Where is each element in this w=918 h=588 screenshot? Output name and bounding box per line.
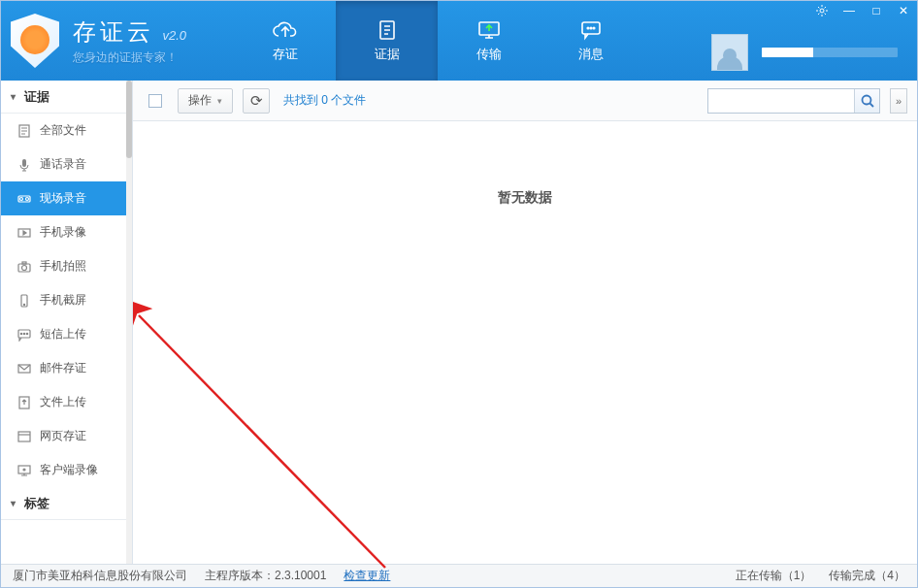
sidebar-item-recorder[interactable]: 现场录音 (1, 181, 132, 215)
transfer-icon (475, 18, 503, 42)
titlebar: 存证云 v2.0 您身边的证据专家！ 存证 证据 传输 (1, 1, 917, 81)
sidebar-item-label: 短信上传 (40, 326, 86, 343)
sidebar-section-tags[interactable]: 标签 (1, 487, 132, 520)
completed-status[interactable]: 传输完成（4） (829, 568, 905, 584)
svg-point-21 (26, 333, 27, 334)
app-title: 存证云 (73, 18, 154, 45)
sidebar-item-label: 全部文件 (40, 122, 86, 139)
sidebar-item-label: 通话录音 (40, 156, 86, 173)
svg-point-26 (23, 469, 25, 471)
logo-area: 存证云 v2.0 您身边的证据专家！ (1, 14, 234, 68)
svg-point-11 (26, 197, 29, 200)
svg-line-28 (139, 315, 385, 568)
svg-point-19 (20, 333, 21, 334)
refresh-button[interactable]: ⟳ (243, 88, 270, 114)
upload-icon (16, 395, 32, 410)
app-version: v2.0 (162, 28, 186, 43)
settings-button[interactable] (808, 1, 836, 20)
svg-point-5 (593, 27, 595, 29)
sidebar-item-file[interactable]: 全部文件 (1, 114, 132, 147)
app-logo-icon (11, 14, 65, 68)
nav-tab-transfer[interactable]: 传输 (438, 1, 540, 81)
nav-tab-deposit[interactable]: 存证 (234, 1, 336, 81)
avatar[interactable] (711, 34, 748, 71)
sidebar-item-label: 手机截屏 (40, 292, 86, 309)
close-button[interactable]: ✕ (890, 1, 917, 20)
transferring-status[interactable]: 正在传输（1） (736, 568, 812, 584)
empty-state-text: 暂无数据 (498, 189, 552, 207)
sidebar-item-monitor[interactable]: 客户端录像 (1, 453, 132, 487)
svg-point-17 (23, 304, 24, 305)
search-box (707, 88, 880, 114)
content-area: 暂无数据 (133, 121, 917, 564)
body: 证据 全部文件通话录音现场录音手机录像手机拍照手机截屏短信上传邮件存证文件上传网… (1, 81, 917, 564)
file-icon (16, 123, 32, 139)
sidebar-item-label: 邮件存证 (40, 360, 86, 376)
nav-tabs: 存证 证据 传输 消息 (234, 1, 641, 81)
sidebar-item-label: 手机拍照 (40, 258, 86, 275)
sidebar-item-label: 文件上传 (40, 394, 86, 410)
svg-point-3 (587, 27, 589, 29)
sidebar-section-title: 证据 (24, 88, 49, 106)
toolbar: 操作 ⟳ 共找到 0 个文件 » (133, 81, 917, 121)
nav-tab-label: 证据 (375, 46, 400, 63)
sidebar-item-label: 客户端录像 (40, 462, 98, 478)
nav-tab-message[interactable]: 消息 (540, 1, 641, 81)
svg-point-4 (590, 27, 592, 29)
sidebar-item-mic[interactable]: 通话录音 (1, 147, 132, 181)
nav-tab-label: 传输 (476, 46, 502, 63)
window-controls: — □ ✕ (808, 1, 917, 20)
monitor-icon (16, 463, 32, 478)
sidebar-scrollbar[interactable] (126, 81, 132, 564)
svg-point-14 (22, 265, 27, 270)
app-slogan: 您身边的证据专家！ (73, 49, 186, 66)
sidebar-item-mail[interactable]: 邮件存证 (1, 351, 132, 385)
sidebar: 证据 全部文件通话录音现场录音手机录像手机拍照手机截屏短信上传邮件存证文件上传网… (1, 81, 133, 564)
nav-tab-label: 存证 (273, 46, 298, 63)
svg-point-6 (820, 9, 824, 13)
sidebar-section-evidence[interactable]: 证据 (1, 81, 132, 114)
sidebar-item-label: 现场录音 (40, 190, 86, 207)
svg-point-20 (23, 333, 24, 334)
maximize-button[interactable]: □ (863, 1, 890, 20)
sidebar-item-video[interactable]: 手机录像 (1, 215, 132, 249)
minimize-button[interactable]: — (836, 1, 863, 20)
svg-rect-15 (22, 262, 26, 264)
expand-button[interactable]: » (890, 88, 907, 114)
mic-icon (16, 157, 32, 173)
select-all-checkbox[interactable] (148, 94, 162, 108)
search-button[interactable] (854, 89, 879, 113)
operate-button[interactable]: 操作 (178, 88, 233, 114)
sidebar-item-label: 网页存证 (40, 428, 86, 444)
search-icon (861, 94, 874, 108)
refresh-icon: ⟳ (250, 92, 263, 110)
sidebar-item-web[interactable]: 网页存证 (1, 419, 132, 453)
storage-progress (762, 48, 898, 57)
sms-icon (16, 327, 32, 343)
recorder-icon (16, 191, 32, 207)
file-count-text: 共找到 0 个文件 (283, 92, 366, 109)
main: 操作 ⟳ 共找到 0 个文件 » 暂无数据 (133, 81, 917, 564)
sidebar-section-title: 标签 (24, 495, 49, 512)
sidebar-item-sms[interactable]: 短信上传 (1, 317, 132, 351)
company-name: 厦门市美亚柏科信息股份有限公司 (13, 568, 187, 584)
sidebar-item-camera[interactable]: 手机拍照 (1, 249, 132, 283)
version-info: 主程序版本：2.3.10001 (205, 568, 326, 584)
nav-tab-label: 消息 (578, 46, 604, 63)
chat-icon (577, 18, 605, 42)
check-update-link[interactable]: 检查更新 (344, 568, 390, 584)
nav-tab-evidence[interactable]: 证据 (336, 1, 438, 81)
video-icon (16, 225, 32, 241)
phone-icon (16, 293, 32, 309)
sidebar-item-upload[interactable]: 文件上传 (1, 385, 132, 419)
svg-point-27 (862, 95, 870, 104)
sidebar-item-phone[interactable]: 手机截屏 (1, 283, 132, 317)
camera-icon (16, 259, 32, 275)
web-icon (16, 429, 32, 444)
svg-point-10 (20, 197, 23, 200)
logo-text: 存证云 v2.0 您身边的证据专家！ (73, 16, 186, 66)
svg-rect-24 (18, 432, 30, 441)
search-input[interactable] (708, 89, 854, 113)
user-area (711, 34, 898, 71)
cloud-upload-icon (272, 18, 299, 42)
